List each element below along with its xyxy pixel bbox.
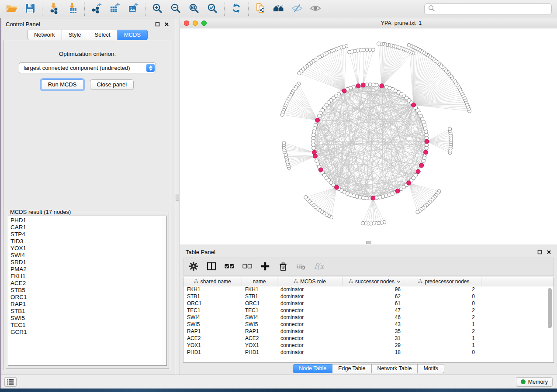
table-cell[interactable]: connector [277,321,343,328]
table-scrollbar-thumb[interactable] [548,288,552,328]
table-cell[interactable]: TEC1 [183,307,242,314]
table-cell[interactable]: 96 [343,286,407,293]
tab-style[interactable]: Style [62,30,88,40]
table-delete-column-button[interactable] [278,261,288,272]
table-cell[interactable]: 61 [343,300,407,307]
toolbar-refresh-view-button[interactable] [230,3,243,16]
table-split-columns-button[interactable] [206,261,217,272]
mcds-result-list[interactable]: PHD1CAR1STP4TID3YOX1SWI4SRD1PMA2FKH1ACE2… [8,216,167,366]
search-box[interactable] [424,3,552,14]
network-graph[interactable] [180,28,557,244]
table-cell[interactable]: PHD1 [242,349,277,356]
table-cell[interactable]: FKH1 [183,286,242,293]
table-row[interactable]: TEC1TEC1connector472 [183,307,554,314]
panel-splitter[interactable] [175,18,180,375]
table-row[interactable]: YOX1YOX1connector291 [183,342,554,349]
toolbar-folder-open-button[interactable] [5,3,18,16]
mcds-result-item[interactable]: YOX1 [10,245,166,252]
table-cell[interactable]: YOX1 [242,342,277,349]
table-select-all-button[interactable] [224,261,235,272]
table-cell[interactable]: ACE2 [183,335,242,342]
mcds-result-item[interactable]: CAR1 [10,224,166,231]
mcds-result-item[interactable]: SRD1 [10,259,166,266]
canvas-scroll-handle[interactable] [366,241,371,244]
table-cell[interactable]: connector [277,335,343,342]
table-cell[interactable]: 0 [407,293,481,300]
table-cell[interactable]: RAP1 [183,328,242,335]
toolbar-import-network-button[interactable] [48,3,61,16]
close-table-panel-button[interactable] [546,249,551,254]
table-cell[interactable]: 47 [343,307,407,314]
mcds-result-item[interactable]: TEC1 [10,322,166,329]
mcds-result-item[interactable]: TID3 [10,238,166,245]
mcds-result-item[interactable]: ACE2 [10,280,166,287]
network-canvas[interactable] [180,28,557,244]
toolbar-zoom-out-button[interactable] [169,3,182,16]
table-cell[interactable]: STB1 [242,293,277,300]
run-mcds-button[interactable]: Run MCDS [41,79,84,90]
toolbar-import-table-button[interactable] [66,3,79,16]
mcds-result-item[interactable]: RAP1 [10,301,166,308]
mcds-result-item[interactable]: STB1 [10,308,166,315]
optimization-criterion-select[interactable]: largest connected component (undirected) [19,62,156,73]
table-cell[interactable]: FKH1 [242,286,277,293]
mcds-result-item[interactable]: GCR1 [10,329,166,336]
table-cell[interactable]: STB1 [183,293,242,300]
table-cell[interactable]: dominator [277,293,343,300]
table-cell[interactable]: RAP1 [242,328,277,335]
table-cell[interactable]: 0 [407,349,481,356]
table-cell[interactable]: 43 [343,321,407,328]
table-row[interactable]: ACE2ACE2connector311 [183,335,554,342]
table-cell[interactable]: 29 [343,342,407,349]
toolbar-zoom-in-button[interactable] [151,3,164,16]
table-cell[interactable]: SWI5 [183,321,242,328]
mcds-result-item[interactable]: STP4 [10,231,166,238]
toolbar-search-networks-button[interactable] [272,3,285,16]
table-cell[interactable]: 31 [343,335,407,342]
toolbar-duplicate-network-button[interactable] [254,3,267,16]
table-cell[interactable]: PHD1 [183,349,242,356]
tab-select[interactable]: Select [88,30,118,40]
table-cell[interactable]: 1 [407,342,481,349]
memory-button[interactable]: Memory [516,377,553,387]
table-cell[interactable]: connector [277,307,343,314]
close-panel-button-mcds[interactable]: Close panel [90,79,134,90]
table-row[interactable]: RAP1RAP1dominator352 [183,328,554,335]
table-cell[interactable]: TEC1 [242,307,277,314]
toolbar-zoom-selected-button[interactable] [206,3,219,16]
column-header-name[interactable]: name [242,277,277,286]
table-cell[interactable]: dominator [277,300,343,307]
mcds-list-scrollbar[interactable] [161,217,166,365]
toolbar-save-session-button[interactable] [24,3,37,16]
toolbar-hide-selected-button[interactable] [291,3,304,16]
table-row[interactable]: SWI5SWI5connector431 [183,321,554,328]
table-tab-node-table[interactable]: Node Table [293,364,332,373]
table-cell[interactable]: YOX1 [183,342,242,349]
table-cell[interactable]: dominator [277,314,343,321]
table-cell[interactable]: ORC1 [242,300,277,307]
table-row[interactable]: FKH1FKH1dominator962 [183,286,554,293]
table-cell[interactable]: 2 [407,307,481,314]
table-cell[interactable]: 62 [343,293,407,300]
table-tab-motifs[interactable]: Motifs [418,364,444,373]
toolbar-show-all-button[interactable] [309,3,322,16]
table-cell[interactable]: 1 [407,335,481,342]
mcds-result-item[interactable]: ORC1 [10,294,166,301]
table-row[interactable]: STB1STB1dominator620 [183,293,554,300]
float-table-panel-button[interactable] [537,249,542,254]
table-cell[interactable]: 0 [407,300,481,307]
table-cell[interactable]: dominator [277,349,343,356]
table-cell[interactable]: SWI4 [242,314,277,321]
table-cell[interactable]: 18 [343,349,407,356]
table-cell[interactable]: 1 [407,321,481,328]
table-cell[interactable]: ACE2 [242,335,277,342]
tab-network[interactable]: Network [27,30,62,40]
table-cell[interactable]: 2 [407,314,481,321]
column-header-shared-name[interactable]: shared name [183,277,242,286]
table-cell[interactable]: SWI5 [242,321,277,328]
table-cell[interactable]: ORC1 [183,300,242,307]
mcds-result-item[interactable]: SWI4 [10,252,166,259]
mcds-result-item[interactable]: FKH1 [10,273,166,280]
mcds-result-item[interactable]: STB5 [10,287,166,294]
column-header-MCDS-role[interactable]: MCDS role [277,277,343,286]
